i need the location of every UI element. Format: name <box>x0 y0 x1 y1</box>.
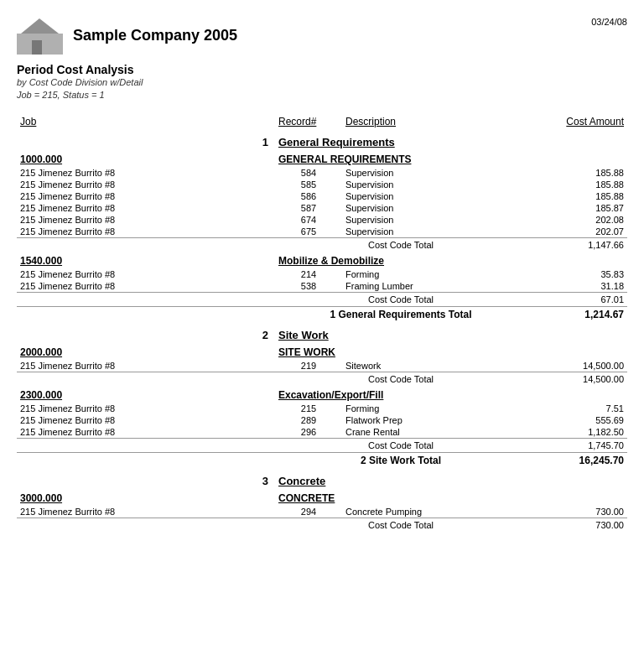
subtotal-label: Cost Code Total <box>275 438 527 452</box>
cost-code-number: 3000.000 <box>17 489 275 506</box>
job-cell: 215 Jimenez Burrito #8 <box>17 214 275 226</box>
report-subtitle-line2: Job = 215, Status = 1 <box>17 89 627 101</box>
amount-cell: 185.88 <box>527 190 627 202</box>
amount-cell: 555.69 <box>527 414 627 426</box>
subtotal-label: Cost Code Total <box>275 237 527 252</box>
job-cell: 215 Jimenez Burrito #8 <box>17 226 275 238</box>
subtotal-label: Cost Code Total <box>275 518 527 532</box>
description-cell: Supervision <box>342 167 527 179</box>
record-cell: 214 <box>275 268 342 280</box>
amount-cell: 35.83 <box>527 268 627 280</box>
description-cell: Sitework <box>342 360 527 372</box>
subtotal-spacer <box>17 438 275 452</box>
cost-code-number: 1540.000 <box>17 252 275 268</box>
description-cell: Forming <box>342 403 527 414</box>
company-logo-icon <box>17 17 63 55</box>
subtotal-amount: 1,147.66 <box>527 237 627 252</box>
record-cell: 296 <box>275 426 342 439</box>
section-total-spacer <box>17 452 275 468</box>
cost-code-row: 2000.000 SITE WORK <box>17 343 627 360</box>
cost-code-row: 3000.000 CONCRETE <box>17 489 627 506</box>
section-title: General Requirements <box>275 129 627 150</box>
table-row: 215 Jimenez Burrito #8 674 Supervision 2… <box>17 214 627 226</box>
subtotal-row: Cost Code Total 14,500.00 <box>17 372 627 386</box>
cost-code-row: 2300.000 Excavation/Export/Fill <box>17 386 627 403</box>
section-total-row: 1 General Requirements Total 1,214.67 <box>17 306 627 322</box>
section-header: 3 Concrete <box>17 468 627 489</box>
record-cell: 584 <box>275 167 342 179</box>
amount-cell: 185.87 <box>527 202 627 214</box>
job-cell: 215 Jimenez Burrito #8 <box>17 506 275 518</box>
job-cell: 215 Jimenez Burrito #8 <box>17 426 275 439</box>
table-row: 215 Jimenez Burrito #8 587 Supervision 1… <box>17 202 627 214</box>
amount-cell: 185.88 <box>527 167 627 179</box>
section-total-label: 2 Site Work Total <box>275 452 527 468</box>
subtotal-spacer <box>17 518 275 532</box>
cost-code-number: 2300.000 <box>17 386 275 403</box>
job-cell: 215 Jimenez Burrito #8 <box>17 190 275 202</box>
svg-marker-1 <box>21 18 59 34</box>
description-cell: Supervision <box>342 202 527 214</box>
record-cell: 674 <box>275 214 342 226</box>
report-subtitle-line1: by Cost Code Division w/Detail <box>17 76 627 89</box>
report-table-container: Job Record# Description Cost Amount 1 Ge… <box>17 114 627 532</box>
record-cell: 215 <box>275 403 342 414</box>
section-total-amount: 1,214.67 <box>527 306 627 322</box>
subtotal-spacer <box>17 237 275 252</box>
subtotal-row: Cost Code Total 1,745.70 <box>17 438 627 452</box>
section-total-amount: 16,245.70 <box>527 452 627 468</box>
table-row: 215 Jimenez Burrito #8 538 Framing Lumbe… <box>17 280 627 293</box>
record-cell: 586 <box>275 190 342 202</box>
subtotal-label: Cost Code Total <box>275 372 527 386</box>
report-title: Period Cost Analysis <box>17 63 627 76</box>
section-title: Site Work <box>275 322 627 343</box>
amount-cell: 730.00 <box>527 506 627 518</box>
description-cell: Supervision <box>342 214 527 226</box>
subtotal-spacer <box>17 292 275 306</box>
col-header-description: Description <box>342 114 527 129</box>
job-cell: 215 Jimenez Burrito #8 <box>17 202 275 214</box>
table-row: 215 Jimenez Burrito #8 219 Sitework 14,5… <box>17 360 627 372</box>
job-cell: 215 Jimenez Burrito #8 <box>17 179 275 190</box>
record-cell: 219 <box>275 360 342 372</box>
job-cell: 215 Jimenez Burrito #8 <box>17 280 275 293</box>
record-cell: 675 <box>275 226 342 238</box>
col-header-job: Job <box>17 114 275 129</box>
section-title: Concrete <box>275 468 627 489</box>
table-row: 215 Jimenez Burrito #8 294 Concrete Pump… <box>17 506 627 518</box>
cost-code-name: Mobilize & Demobilize <box>275 252 627 268</box>
cost-code-name: CONCRETE <box>275 489 627 506</box>
amount-cell: 1,182.50 <box>527 426 627 439</box>
cost-code-name: SITE WORK <box>275 343 627 360</box>
table-row: 215 Jimenez Burrito #8 675 Supervision 2… <box>17 226 627 238</box>
description-cell: Crane Rental <box>342 426 527 439</box>
description-cell: Supervision <box>342 226 527 238</box>
table-row: 215 Jimenez Burrito #8 585 Supervision 1… <box>17 179 627 190</box>
report-date: 03/24/08 <box>591 17 627 27</box>
cost-code-name: Excavation/Export/Fill <box>275 386 627 403</box>
column-headers: Job Record# Description Cost Amount <box>17 114 627 129</box>
subtotal-amount: 1,745.70 <box>527 438 627 452</box>
cost-code-name: GENERAL REQUIREMENTS <box>275 150 627 167</box>
section-number: 2 <box>17 322 275 343</box>
section-total-row: 2 Site Work Total 16,245.70 <box>17 452 627 468</box>
amount-cell: 14,500.00 <box>527 360 627 372</box>
description-cell: Supervision <box>342 179 527 190</box>
amount-cell: 185.88 <box>527 179 627 190</box>
subtotal-row: Cost Code Total 1,147.66 <box>17 237 627 252</box>
company-info: Sample Company 2005 <box>17 17 237 55</box>
section-number: 1 <box>17 129 275 150</box>
job-cell: 215 Jimenez Burrito #8 <box>17 360 275 372</box>
description-cell: Forming <box>342 268 527 280</box>
svg-rect-2 <box>32 40 42 55</box>
cost-code-row: 1000.000 GENERAL REQUIREMENTS <box>17 150 627 167</box>
subtotal-row: Cost Code Total 730.00 <box>17 518 627 532</box>
subtotal-row: Cost Code Total 67.01 <box>17 292 627 306</box>
record-cell: 289 <box>275 414 342 426</box>
record-cell: 294 <box>275 506 342 518</box>
section-header: 2 Site Work <box>17 322 627 343</box>
table-row: 215 Jimenez Burrito #8 214 Forming 35.83 <box>17 268 627 280</box>
subtotal-amount: 730.00 <box>527 518 627 532</box>
subtotal-amount: 14,500.00 <box>527 372 627 386</box>
subtotal-label: Cost Code Total <box>275 292 527 306</box>
